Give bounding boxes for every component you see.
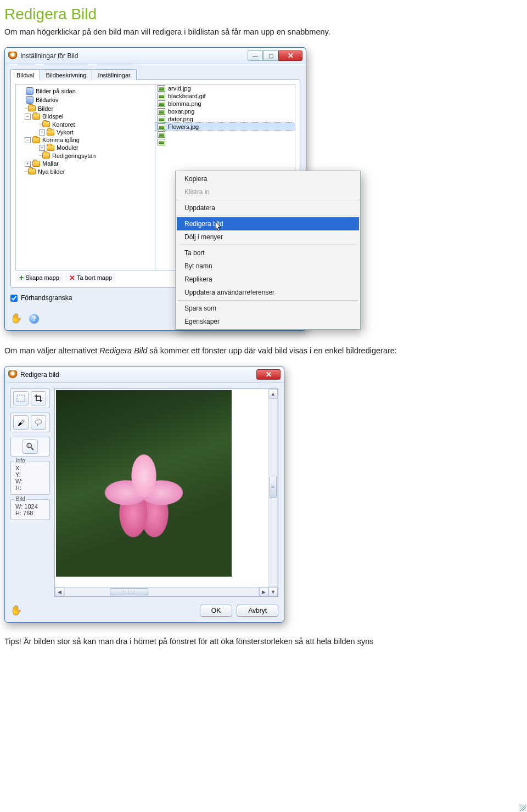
- settings-dialog: Inställningar för Bild — ▢ ✕ Bildval Bil…: [4, 47, 306, 331]
- file-row[interactable]: boxar.png: [155, 108, 295, 115]
- zoom-tool[interactable]: 1:1: [23, 439, 38, 454]
- close-button[interactable]: ✕: [278, 50, 302, 61]
- tree-item[interactable]: ┈Redigeringsytan: [17, 151, 154, 160]
- folder-icon: [42, 121, 50, 127]
- delete-folder-button[interactable]: ✕Ta bort mapp: [65, 273, 116, 283]
- scroll-left-icon[interactable]: ◀: [55, 587, 64, 596]
- file-name: Flowers.jpg: [168, 123, 199, 130]
- tree-label: Moduler: [57, 144, 79, 151]
- svg-point-1: [35, 420, 42, 424]
- cm-edit-image[interactable]: Redigera bild: [177, 217, 359, 230]
- tree-item[interactable]: +Vykort: [17, 128, 154, 136]
- cm-delete[interactable]: Ta bort: [177, 246, 359, 260]
- tabs: Bildval Bildbeskrivning Inställningar: [10, 69, 300, 80]
- tree-item[interactable]: −Bildspel: [17, 112, 154, 120]
- maximize-button[interactable]: ▢: [263, 50, 278, 61]
- tree-item[interactable]: ┈Bilder: [17, 104, 154, 112]
- tree-label: Mallar: [42, 160, 59, 167]
- crop-tool[interactable]: [31, 391, 46, 405]
- cm-properties[interactable]: Egenskaper: [177, 315, 359, 328]
- file-name: blomma.png: [168, 100, 201, 107]
- scroll-up-icon[interactable]: ▲: [268, 389, 278, 398]
- tree-item[interactable]: ┈Nya bilder: [17, 167, 154, 176]
- scroll-thumb[interactable]: ≡: [270, 476, 277, 498]
- tree-item[interactable]: Bildarkiv: [17, 95, 154, 104]
- scroll-down-icon[interactable]: ▼: [268, 587, 278, 596]
- collapse-icon[interactable]: −: [25, 137, 31, 143]
- file-row-selected[interactable]: Flowers.jpg: [155, 123, 295, 131]
- image-icon: [158, 123, 165, 130]
- svg-rect-0: [17, 395, 25, 402]
- brush-tool[interactable]: 🖌: [13, 415, 29, 430]
- cm-copy[interactable]: Kopiera: [177, 172, 359, 185]
- file-row[interactable]: blomma.png: [155, 100, 295, 108]
- edit-image-dialog: Redigera bild ✕ 🖌 1:1: [4, 366, 284, 623]
- window-title: Inställningar för Bild: [20, 52, 78, 60]
- file-name: dator.png: [168, 116, 193, 122]
- ok-button[interactable]: OK: [200, 605, 232, 617]
- text-part: så kommer ett fönster upp där vald bild …: [147, 346, 397, 355]
- cm-hide[interactable]: Dölj i menyer: [177, 230, 359, 244]
- preview-checkbox[interactable]: [10, 295, 18, 302]
- image-icon: [158, 131, 165, 138]
- info-x: X:: [15, 465, 46, 471]
- file-row[interactable]: [155, 131, 295, 138]
- menu-separator: [177, 300, 358, 301]
- file-row[interactable]: dator.png: [155, 115, 295, 123]
- window-title: Redigera bild: [20, 371, 59, 379]
- text-part: Om man väljer alternativet: [4, 346, 99, 355]
- file-row[interactable]: arvid.jpg: [155, 84, 295, 92]
- image-icon: [158, 139, 165, 145]
- java-icon: [8, 52, 17, 60]
- folder-icon: [47, 129, 54, 136]
- mid-text: Om man väljer alternativet Redigera Bild…: [4, 346, 523, 355]
- folder-tree[interactable]: Bilder på sidan Bildarkiv ┈Bilder −Bilds…: [15, 84, 155, 270]
- text-emphasis: Redigera Bild: [99, 346, 147, 355]
- hand-icon[interactable]: [10, 605, 25, 617]
- tree-item[interactable]: +Moduler: [17, 144, 154, 151]
- image-canvas[interactable]: ▲ ≡ ▼ ◀ ⋮⋮⋮ ▶: [54, 388, 278, 597]
- tree-label: Bildspel: [42, 113, 64, 120]
- scroll-track[interactable]: ≡: [268, 398, 278, 587]
- bild-w: W: 1024: [15, 503, 46, 510]
- tree-item[interactable]: Bilder på sidan: [17, 87, 154, 95]
- scroll-right-icon[interactable]: ▶: [259, 587, 268, 596]
- minimize-button[interactable]: —: [248, 50, 263, 61]
- pages-icon: [26, 87, 33, 95]
- cm-replicate[interactable]: Replikera: [177, 273, 359, 286]
- tab-installningar[interactable]: Inställningar: [92, 69, 136, 80]
- cm-update-refs[interactable]: Uppdatera användarreferenser: [177, 286, 359, 299]
- expand-icon[interactable]: +: [25, 161, 31, 167]
- file-row[interactable]: [155, 138, 295, 146]
- select-tool[interactable]: [13, 391, 29, 405]
- image-icon: [158, 100, 165, 107]
- tool-group-zoom: 1:1: [10, 437, 50, 456]
- scroll-thumb[interactable]: ⋮⋮⋮: [110, 588, 148, 595]
- expand-icon[interactable]: +: [39, 129, 45, 136]
- new-folder-button[interactable]: +Skapa mapp: [15, 273, 63, 283]
- menu-separator: [177, 245, 358, 245]
- titlebar[interactable]: Inställningar för Bild — ▢ ✕: [5, 48, 306, 64]
- tree-item[interactable]: −Komma igång: [17, 136, 154, 144]
- info-panel: Info X: Y: W: H:: [10, 461, 50, 495]
- collapse-icon[interactable]: −: [25, 114, 31, 120]
- tree-item[interactable]: +Mallar: [17, 160, 154, 167]
- expand-icon[interactable]: +: [39, 145, 45, 151]
- lasso-tool[interactable]: [31, 415, 46, 430]
- x-icon: ✕: [69, 274, 75, 281]
- scrollbar-vertical[interactable]: ▲ ≡ ▼: [268, 389, 278, 596]
- cm-refresh[interactable]: Uppdatera: [177, 201, 359, 215]
- close-button[interactable]: ✕: [256, 369, 281, 380]
- hand-icon[interactable]: [10, 313, 25, 325]
- tree-item[interactable]: ┈Kontoret: [17, 120, 154, 128]
- titlebar[interactable]: Redigera bild ✕: [5, 366, 284, 383]
- tab-bildbeskrivning[interactable]: Bildbeskrivning: [40, 69, 92, 80]
- help-icon[interactable]: ?: [29, 314, 39, 324]
- cm-save-as[interactable]: Spara som: [177, 302, 359, 315]
- file-row[interactable]: blackboard.gif: [155, 92, 295, 100]
- scroll-track[interactable]: ⋮⋮⋮: [64, 587, 259, 596]
- tab-bildval[interactable]: Bildval: [10, 69, 40, 80]
- cm-rename[interactable]: Byt namn: [177, 260, 359, 273]
- scrollbar-horizontal[interactable]: ◀ ⋮⋮⋮ ▶: [55, 587, 268, 596]
- cancel-button[interactable]: Avbryt: [237, 605, 278, 617]
